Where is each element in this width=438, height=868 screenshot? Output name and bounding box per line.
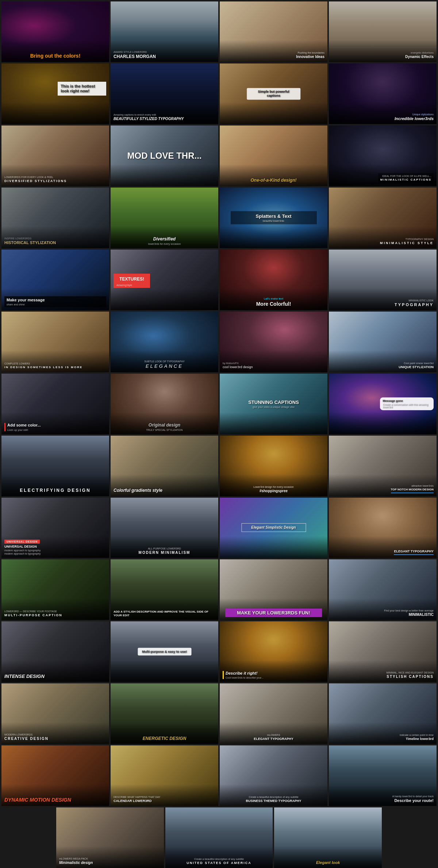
card-main-text: Make your message: [7, 298, 104, 302]
card-main-text: BUSINESS THEMED TYPOGRAPHY: [225, 799, 322, 803]
card-text-container: ELECTRIFYING DESIGN: [7, 488, 104, 493]
card-sub-text: SUBTLE LOOK OF TYPOGRAPHY: [116, 360, 213, 363]
card-main-text: Calendar lower3rd: [114, 799, 215, 803]
card-51[interactable]: Create a beautiful description of any su…: [220, 745, 327, 806]
card-31[interactable]: Lower3rd design for every occasion#shopp…: [220, 436, 327, 496]
card-main-text: UNITED STATES OF AMERICA: [170, 861, 267, 865]
card-text-container: This is the hottest look right now!: [58, 82, 106, 96]
card-46[interactable]: ENERGETIC DESIGN: [111, 683, 218, 744]
card-40[interactable]: Find your best design ● better than aver…: [329, 559, 437, 620]
card-22[interactable]: SUBTLE LOOK OF TYPOGRAPHYELEGANCE: [111, 312, 218, 372]
card-53[interactable]: mLOWERS MEGA PACKMinimalistic design: [56, 807, 164, 868]
card-text-container: STUNNING CAPTIONSgive your video a uniqu…: [231, 399, 317, 408]
card-52[interactable]: A handy lower3rd to detail your trackDes…: [329, 745, 437, 806]
card-10[interactable]: MOD LOVE THR...: [111, 126, 218, 186]
card-34[interactable]: ALL-PURPOSE LOWER3RDMODERN MINIMALISM: [111, 498, 218, 558]
card-sub-text: Lower3rd design for every occasion: [225, 486, 322, 488]
card-text-container: Cool paint smear lower3rdUNIQUE STYLIZAT…: [399, 362, 434, 369]
card-43[interactable]: Describe it right!Cool lower3rds to desc…: [220, 621, 327, 682]
card-text-container: ADD A STYLISH DESCRIPTION AND IMPROVE TH…: [114, 610, 215, 617]
card-49[interactable]: DYNAMIC MOTION DESIGN: [1, 745, 109, 806]
card-sub-text: modern approach to typography: [4, 549, 106, 552]
card-main-text: MINIMALISTIC: [384, 613, 434, 617]
card-text-container: IDEAL FOR THE LOOK OF A LIFE WELL...MINI…: [378, 173, 434, 183]
card-grid-last-row: mLOWERS MEGA PACKMinimalistic designCrea…: [55, 807, 383, 868]
card-6[interactable]: Amazing captions to enrich every editBEA…: [111, 63, 218, 124]
main-container: Bring out the colors!AWARD STYLE LOWER3R…: [0, 0, 438, 868]
card-main-text: Original design: [116, 423, 213, 428]
card-4[interactable]: energetic distortionsDynamic Effects: [329, 1, 437, 62]
card-39[interactable]: MAKE YOUR LOWER3RDS FUN!: [220, 559, 327, 620]
card-50[interactable]: DESCRIBE WHAT HAPPENS THAT DAYCalendar l…: [111, 745, 218, 806]
card-text-container: DESCRIBE WHAT HAPPENS THAT DAYCalendar l…: [114, 796, 215, 803]
card-1[interactable]: Bring out the colors!: [1, 1, 109, 62]
card-48[interactable]: Indicate a certain point in timeTimeline…: [329, 683, 437, 744]
card-23[interactable]: by MotionVFXcool lower3rd design: [220, 312, 327, 372]
card-main-text: STUNNING CAPTIONS: [231, 399, 317, 405]
card-24[interactable]: Cool paint smear lower3rdUNIQUE STYLIZAT…: [329, 312, 437, 372]
card-text-container: Add some color...Liven up your edit!: [4, 423, 106, 431]
card-sub-text: LOWER3RDS FOR EVERY LOOK & FEEL: [4, 176, 106, 178]
card-text-container: Splatters & Textbeautiful lower3rds: [231, 211, 317, 224]
card-main-text: cool lower3rd design: [223, 365, 324, 369]
card-text-container: Amazing captions to enrich every editBEA…: [114, 113, 215, 121]
card-7[interactable]: Simple but powerful captions: [220, 63, 327, 124]
card-8[interactable]: Unique stylizationsIncredible lower3rds: [329, 63, 437, 124]
card-sub-text: TRULY SPECIAL STYLIZATION: [116, 429, 213, 431]
card-55[interactable]: Elegant look: [274, 807, 382, 868]
card-38[interactable]: ADD A STYLISH DESCRIPTION AND IMPROVE TH…: [111, 559, 218, 620]
card-37[interactable]: LOWER3RD — DESCRIBE YOUR FOOTAGEMULTI-PU…: [1, 559, 109, 620]
card-text-container: Bring out the colors!: [7, 53, 104, 59]
card-9[interactable]: LOWER3RDS FOR EVERY LOOK & FEELDIVERSIFI…: [1, 126, 109, 186]
card-main-text: UNIQUE STYLIZATION: [399, 365, 434, 369]
card-45[interactable]: MODERN LOWER3RDSCREATIVE DESIGN: [1, 683, 109, 744]
card-text-container: Colorful gradients style: [114, 488, 215, 493]
card-27[interactable]: STUNNING CAPTIONSgive your video a uniqu…: [220, 374, 327, 434]
card-text-container: by MotionVFXcool lower3rd design: [223, 362, 324, 369]
card-32[interactable]: attractive lower3rdsTOP NOTCH MODERN DES…: [329, 436, 437, 496]
card-2[interactable]: AWARD STYLE LOWER3RDCHARLES MORGAN: [111, 1, 218, 62]
card-main-text: Splatters & Text: [234, 213, 313, 219]
card-11[interactable]: One-of-a-Kind design!: [220, 126, 327, 186]
card-text-container: Make your messageshare and shine: [4, 296, 106, 307]
card-30[interactable]: Colorful gradients style: [111, 436, 218, 496]
card-sub-text: Let's make text: [225, 297, 322, 300]
card-17[interactable]: Make your messageshare and shine: [1, 250, 109, 310]
card-12[interactable]: IDEAL FOR THE LOOK OF A LIFE WELL...MINI…: [329, 126, 437, 186]
card-sub-text: Create a conversation with this amazing …: [383, 403, 431, 408]
card-35[interactable]: Elegant Simplistic Design: [220, 498, 327, 558]
card-54[interactable]: Create a beautiful description of any su…: [165, 807, 273, 868]
card-main-text: Diversified: [116, 236, 213, 242]
card-main-text: Describe it right!: [226, 671, 324, 676]
card-41[interactable]: INTENSE DESIGN: [1, 621, 109, 682]
card-5[interactable]: This is the hottest look right now!: [1, 63, 109, 124]
card-sub-text: MODERN LOWER3RDS: [4, 733, 106, 736]
card-47[interactable]: mLOWERSELEGANT TYPOGRAPHY: [220, 683, 327, 744]
card-33[interactable]: UNIVERSAL DESIGNUNIVERSAL DESIGNmodern a…: [1, 498, 109, 558]
card-sub-text: Pushing the boundaries: [296, 51, 324, 54]
card-text-container: DYNAMIC MOTION DESIGN: [4, 797, 106, 803]
card-25[interactable]: Add some color...Liven up your edit!: [1, 374, 109, 434]
card-18[interactable]: TEXTURES!AmazingStyle: [111, 250, 218, 310]
card-sub-text: give your video a unique vintage vibe: [231, 406, 317, 408]
card-36[interactable]: ELEGANT TYPOGRAPHY: [329, 498, 437, 558]
card-text-container: Elegant Simplistic Design: [241, 523, 306, 532]
card-21[interactable]: COMPLETE LOWER3IN DESIGN SOMETIMES LESS …: [1, 312, 109, 372]
card-14[interactable]: Diversifiedlower3rds for every occasion: [111, 188, 218, 248]
card-16[interactable]: TYPOGRAPHY DESIGNMINIMALISTIC STYLE: [329, 188, 437, 248]
card-3[interactable]: Pushing the boundariesInnovative Ideas: [220, 1, 327, 62]
card-26[interactable]: Original designTRULY SPECIAL STYLIZATION: [111, 374, 218, 434]
card-20[interactable]: MINIMALISTIC LOOKTYPOGRAPHY: [329, 250, 437, 310]
card-19[interactable]: Let's make textMore Colorful!: [220, 250, 327, 310]
card-text-container: Simple but powerful captions: [247, 88, 301, 100]
card-13[interactable]: INSPIRE LOWER3RDSHistorical stylization: [1, 188, 109, 248]
card-15[interactable]: Splatters & Textbeautiful lower3rds: [220, 188, 327, 248]
card-sub-text: by MotionVFX: [223, 362, 324, 364]
card-42[interactable]: Multi-purpose & easy to use!: [111, 621, 218, 682]
card-text-container: COMPLETE LOWER3IN DESIGN SOMETIMES LESS …: [4, 362, 106, 369]
card-28[interactable]: Message goneCreate a conversation with t…: [329, 374, 437, 434]
card-29[interactable]: ELECTRIFYING DESIGN: [1, 436, 109, 496]
card-44[interactable]: MINIMAL, NICE AND ELEGANT DESIGNSTYLISH …: [329, 621, 437, 682]
card-text-container: MOD LOVE THR...: [122, 150, 208, 161]
card-main-text: Elegant look: [280, 860, 376, 865]
